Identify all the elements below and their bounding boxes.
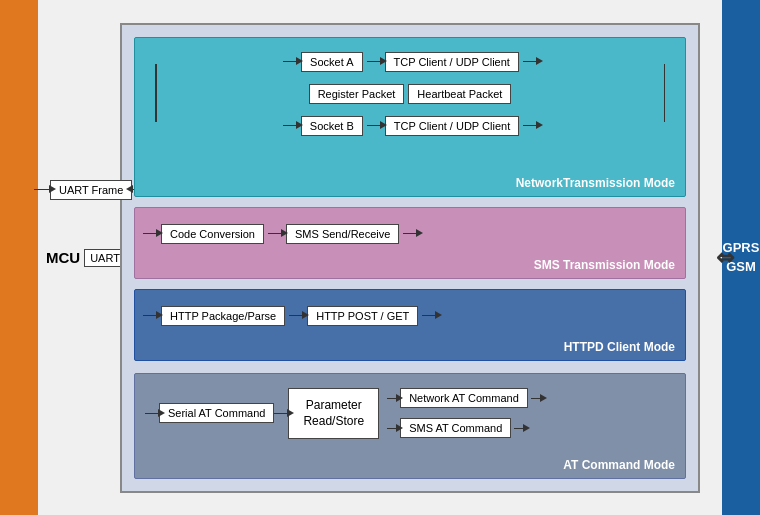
left-bar bbox=[0, 0, 38, 515]
net-row3-arrow-out bbox=[523, 125, 537, 127]
at-arrow-net-out bbox=[531, 398, 541, 400]
network-section: NetworkTransmission Mode Socket A TCP Cl… bbox=[134, 37, 686, 197]
at-sms-row: SMS AT Command bbox=[387, 418, 541, 438]
sms-row: Code Conversion SMS Send/Receive bbox=[143, 224, 677, 244]
socket-a-box: Socket A bbox=[301, 52, 362, 72]
net-row1-arrow-mid bbox=[367, 61, 381, 63]
param-box: Parameter Read/Store bbox=[288, 388, 379, 440]
at-title: AT Command Mode bbox=[563, 458, 675, 472]
uart-frame-box: UART Frame bbox=[50, 180, 132, 200]
param-label: Parameter Read/Store bbox=[303, 398, 364, 429]
at-arrow-net-in bbox=[387, 398, 397, 400]
serial-at-box: Serial AT Command bbox=[159, 403, 274, 423]
at-arrow-in bbox=[145, 413, 159, 415]
heartbeat-packet-box: Heartbeat Packet bbox=[408, 84, 511, 104]
main-box: UART Frame ⇔ NetworkTransmission Mode bbox=[120, 23, 700, 493]
double-arrow: ⇔ bbox=[716, 245, 734, 271]
mcu-label: MCU bbox=[46, 249, 80, 266]
at-network-row: Network AT Command bbox=[387, 388, 541, 408]
register-packet-box: Register Packet bbox=[309, 84, 405, 104]
tcp-udp-1-box: TCP Client / UDP Client bbox=[385, 52, 519, 72]
at-right-col: Network AT Command SMS AT Command bbox=[387, 388, 541, 438]
net-row1-arrow-out bbox=[523, 61, 537, 63]
at-inner: Serial AT Command Parameter Read/Store bbox=[145, 388, 675, 440]
main-diagram: MCU UART UART Frame ⇔ N bbox=[0, 0, 760, 515]
at-arrow-sms-out bbox=[514, 428, 524, 430]
http-package-box: HTTP Package/Parse bbox=[161, 306, 285, 326]
httpd-arrow-mid bbox=[289, 315, 303, 317]
net-row3: Socket B TCP Client / UDP Client bbox=[135, 116, 685, 136]
socket-b-box: Socket B bbox=[301, 116, 363, 136]
httpd-section: HTTPD Client Mode HTTP Package/Parse HTT… bbox=[134, 289, 686, 361]
sms-title: SMS Transmission Mode bbox=[534, 258, 675, 272]
sms-arrow-in bbox=[143, 233, 157, 235]
main-content: MCU UART UART Frame ⇔ N bbox=[38, 0, 722, 515]
httpd-title: HTTPD Client Mode bbox=[564, 340, 675, 354]
network-title: NetworkTransmission Mode bbox=[516, 176, 675, 190]
sms-arrow-mid bbox=[268, 233, 282, 235]
net-row3-arrow-mid bbox=[367, 125, 381, 127]
at-arrow-sms-in bbox=[387, 428, 397, 430]
httpd-row: HTTP Package/Parse HTTP POST / GET bbox=[143, 306, 677, 326]
sms-send-receive-box: SMS Send/Receive bbox=[286, 224, 399, 244]
http-post-get-box: HTTP POST / GET bbox=[307, 306, 418, 326]
net-row1-arrow-in bbox=[283, 61, 297, 63]
net-row2: Register Packet Heartbeat Packet bbox=[135, 84, 685, 104]
sms-section: SMS Transmission Mode Code Conversion SM… bbox=[134, 207, 686, 279]
uart-frame-section: UART Frame bbox=[34, 180, 148, 200]
httpd-arrow-out bbox=[422, 315, 436, 317]
at-arrow-mid1 bbox=[274, 413, 288, 415]
code-conversion-box: Code Conversion bbox=[161, 224, 264, 244]
httpd-arrow-in bbox=[143, 315, 157, 317]
sms-at-box: SMS AT Command bbox=[400, 418, 511, 438]
uart-arrow-right bbox=[34, 189, 50, 191]
net-row3-arrow-in bbox=[283, 125, 297, 127]
sms-arrow-out bbox=[403, 233, 417, 235]
at-section: AT Command Mode Serial AT Command Parame… bbox=[134, 373, 686, 479]
network-at-box: Network AT Command bbox=[400, 388, 528, 408]
net-row1: Socket A TCP Client / UDP Client bbox=[135, 52, 685, 72]
tcp-udp-2-box: TCP Client / UDP Client bbox=[385, 116, 519, 136]
